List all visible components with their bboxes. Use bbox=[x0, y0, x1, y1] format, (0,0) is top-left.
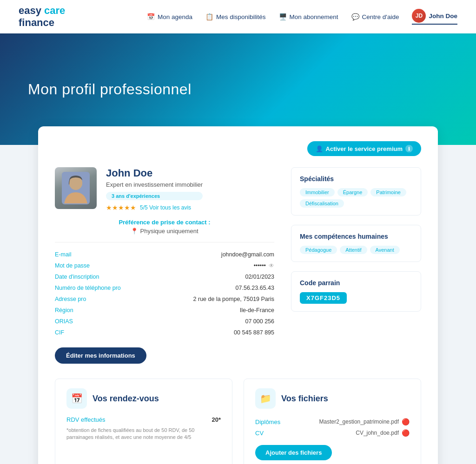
tag-pedagogue: Pédagogue bbox=[300, 246, 337, 254]
profile-bottom: 📅 Vos rendez-vous RDV effectués 20* *obt… bbox=[55, 379, 421, 464]
nav-abonnement[interactable]: 🖥️ Mon abonnement bbox=[279, 13, 338, 20]
tag-defiscalisation: Défiscalisation bbox=[300, 199, 344, 208]
fichier-cv: CV CV_john_doe.pdf 🔴 bbox=[255, 427, 410, 438]
field-orias: ORIAS 07 000 256 bbox=[55, 316, 274, 327]
delete-diplomes-icon[interactable]: 🔴 bbox=[402, 418, 410, 425]
header: easy care finance 📅 Mon agenda 📋 Mes dis… bbox=[0, 0, 476, 33]
monitor-icon: 🖥️ bbox=[279, 13, 287, 20]
specialites-tags: Immobilier Épargne Patrimoine Défiscalis… bbox=[300, 188, 412, 208]
nav-disponibilites[interactable]: 📋 Mes disponibilités bbox=[205, 13, 266, 20]
field-region: Région Ile-de-France bbox=[55, 305, 274, 316]
profile-right: Spécialités Immobilier Épargne Patrimoin… bbox=[291, 167, 421, 364]
hero-content: Mon profil professionnel bbox=[28, 81, 192, 98]
user-menu[interactable]: JD John Doe bbox=[412, 9, 457, 25]
profile-card: 👤 Activer le service premium ℹ bbox=[38, 126, 438, 464]
rdv-section: 📅 Vos rendez-vous RDV effectués 20* *obt… bbox=[55, 379, 232, 464]
logo: easy care finance bbox=[19, 5, 65, 29]
chat-icon: 💬 bbox=[351, 13, 359, 20]
tag-attentif: Attentif bbox=[340, 246, 367, 254]
profile-top: John Doe Expert en investissement immobi… bbox=[55, 167, 421, 364]
field-adresse: Adresse pro 2 rue de la pompe, 75019 Par… bbox=[55, 294, 274, 305]
cv-label[interactable]: CV bbox=[255, 430, 264, 437]
rdv-title: Vos rendez-vous bbox=[93, 394, 159, 404]
field-password: Mot de passe •••••• 👁 bbox=[55, 260, 274, 271]
logo-finance: finance bbox=[19, 17, 54, 28]
edit-info-button[interactable]: Éditer mes informations bbox=[55, 347, 146, 364]
competences-tags: Pédagogue Attentif Avenant bbox=[300, 246, 412, 254]
logo-care: care bbox=[44, 5, 65, 16]
fichiers-title: Vos fichiers bbox=[281, 394, 328, 404]
profile-left: John Doe Expert en investissement immobi… bbox=[55, 167, 274, 364]
nav-agenda[interactable]: 📅 Mon agenda bbox=[147, 13, 192, 20]
rating-stars: ★★★★★ 5/5 Voir tous les avis bbox=[106, 204, 203, 211]
delete-cv-icon[interactable]: 🔴 bbox=[402, 429, 410, 437]
cv-filename: CV_john_doe.pdf bbox=[356, 430, 399, 436]
clipboard-icon: 📋 bbox=[205, 13, 213, 20]
competences-panel: Mes compétences humaines Pédagogue Atten… bbox=[291, 225, 421, 262]
contact-preference: Préférence de prise de contact : 📍 Physi… bbox=[55, 219, 274, 235]
rating-text[interactable]: 5/5 Voir tous les avis bbox=[140, 204, 191, 211]
page-title: Mon profil professionnel bbox=[28, 81, 192, 98]
diplomes-filename: Master2_gestion_patrimoine.pdf bbox=[319, 418, 399, 425]
user-header: John Doe Expert en investissement immobi… bbox=[55, 167, 274, 211]
diplomes-label[interactable]: Diplômes bbox=[255, 418, 280, 425]
premium-row: 👤 Activer le service premium ℹ bbox=[55, 141, 421, 156]
tag-immobilier: Immobilier bbox=[300, 188, 335, 196]
user-display-name: John Doe bbox=[106, 167, 203, 179]
specialites-panel: Spécialités Immobilier Épargne Patrimoin… bbox=[291, 167, 421, 216]
rdv-label[interactable]: RDV effectués bbox=[66, 416, 106, 423]
logo-easy: easy bbox=[19, 5, 44, 16]
user-star-icon: 👤 bbox=[316, 145, 323, 152]
rdv-note: *obtention de fiches qualifiées au bout … bbox=[66, 427, 221, 441]
calendar-section-icon: 📅 bbox=[66, 388, 87, 409]
avatar: JD bbox=[412, 9, 426, 23]
user-info: John Doe Expert en investissement immobi… bbox=[106, 167, 203, 211]
location-icon: 📍 bbox=[131, 228, 138, 235]
user-job-title: Expert en investissement immobilier bbox=[106, 181, 203, 188]
tag-patrimoine: Patrimoine bbox=[370, 188, 406, 196]
field-phone: Numéro de téléphone pro 07.56.23.65.43 bbox=[55, 282, 274, 294]
add-files-button[interactable]: Ajouter des fichiers bbox=[255, 445, 332, 460]
field-inscription: Date d'inscription 02/01/2023 bbox=[55, 271, 274, 282]
nav-centre-aide[interactable]: 💬 Centre d'aide bbox=[351, 13, 399, 20]
user-avatar bbox=[55, 167, 97, 209]
main-nav: 📅 Mon agenda 📋 Mes disponibilités 🖥️ Mon… bbox=[147, 9, 457, 25]
calendar-icon: 📅 bbox=[147, 13, 155, 20]
field-cif: CIF 00 545 887 895 bbox=[55, 327, 274, 338]
premium-button[interactable]: 👤 Activer le service premium ℹ bbox=[307, 141, 421, 156]
info-icon: ℹ bbox=[405, 145, 413, 152]
tag-epargne: Épargne bbox=[337, 188, 368, 196]
tag-avenant: Avenant bbox=[370, 246, 400, 254]
fichiers-section: 📁 Vos fichiers Diplômes Master2_gestion_… bbox=[244, 379, 421, 464]
fichier-diplomes: Diplômes Master2_gestion_patrimoine.pdf … bbox=[255, 416, 410, 427]
info-fields: E-mail johndoe@gmail.com Mot de passe ••… bbox=[55, 242, 274, 338]
parrain-code: X7GF23D5 bbox=[300, 292, 347, 304]
field-email: E-mail johndoe@gmail.com bbox=[55, 249, 274, 260]
code-parrain-panel: Code parrain X7GF23D5 bbox=[291, 271, 421, 312]
experience-badge: 3 ans d'expériences bbox=[106, 192, 203, 200]
toggle-password-icon[interactable]: 👁 bbox=[269, 262, 274, 269]
folder-section-icon: 📁 bbox=[255, 388, 276, 409]
main-content: 👤 Activer le service premium ℹ bbox=[0, 126, 476, 464]
rdv-count: 20* bbox=[212, 416, 221, 423]
user-name: John Doe bbox=[429, 13, 457, 20]
